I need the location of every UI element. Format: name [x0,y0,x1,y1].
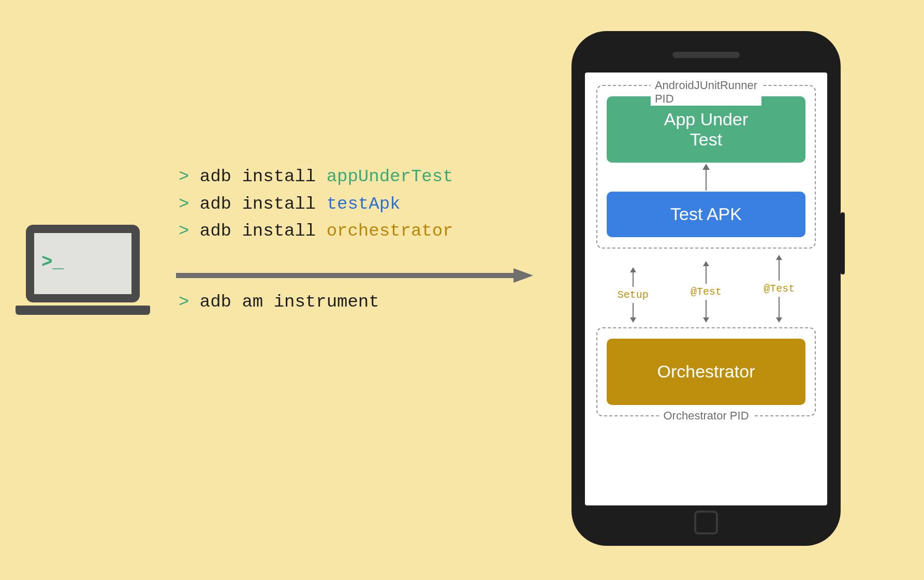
arrow-up-small-icon [774,255,784,281]
svg-marker-13 [776,255,782,260]
svg-marker-7 [630,317,636,323]
runner-pid-box: AndroidJUnitRunner PID App Under Test Te… [596,85,816,249]
cmd-line-4: > adb am instrument [179,288,453,316]
laptop-base [16,306,150,315]
svg-marker-5 [630,267,636,272]
svg-marker-11 [703,317,709,323]
arrow-up-icon [700,164,712,191]
flow-test1-label: @Test [691,286,722,298]
flow-test-1: @Test [691,261,722,323]
arrow-to-phone-icon [176,267,533,284]
flow-test-2: @Test [764,255,795,323]
arrow-down-small-icon [701,300,711,323]
app-under-test-block: App Under Test [607,96,805,163]
diagram-canvas: >_ > adb install appUnderTest > adb inst… [0,0,924,580]
phone-frame: AndroidJUnitRunner PID App Under Test Te… [571,31,841,546]
flow-setup: Setup [618,267,649,323]
phone-speaker [672,52,740,58]
orchestrator-block: Orchestrator [607,339,805,405]
flow-test2-label: @Test [764,283,795,295]
app-under-test-label: App Under Test [664,109,749,150]
terminal-commands: > adb install appUnderTest > adb install… [179,163,453,316]
svg-marker-9 [703,261,709,266]
phone-screen: AndroidJUnitRunner PID App Under Test Te… [585,72,827,505]
arrow-down-small-icon [774,297,784,323]
svg-marker-1 [514,268,533,283]
phone-home-button [694,511,718,534]
test-apk-block: Test APK [607,192,805,237]
orchestrator-pid-box: Orchestrator Orchestrator PID [596,327,816,416]
svg-marker-3 [702,164,710,170]
arrow-up-small-icon [628,267,638,287]
runner-pid-label: AndroidJUnitRunner PID [651,79,761,106]
test-apk-label: Test APK [670,204,742,224]
orchestrator-label: Orchestrator [657,361,755,382]
cmd-line-1: > adb install appUnderTest [179,163,453,191]
laptop-icon: >_ [16,225,150,315]
cmd-line-2: > adb install testApk [179,191,453,218]
arrow-down-small-icon [628,303,638,323]
arrow-up-small-icon [701,261,711,284]
flow-arrows-row: Setup @Test [596,255,816,322]
cmd-line-3: > adb install orchestrator [179,218,453,245]
flow-setup-label: Setup [618,289,649,301]
laptop-screen: >_ [26,225,140,302]
laptop-prompt-text: >_ [41,252,64,273]
svg-marker-15 [776,317,782,323]
orchestrator-pid-label: Orchestrator PID [659,409,753,423]
